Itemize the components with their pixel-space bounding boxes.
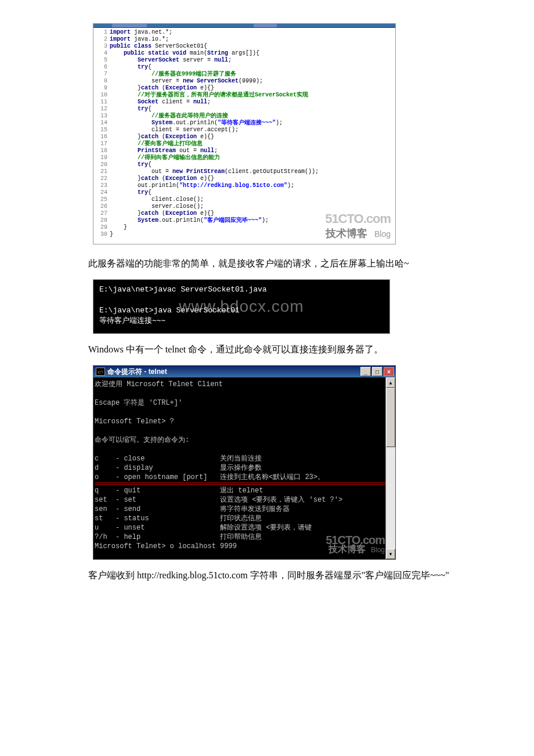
editor-titlebar [93,24,395,28]
code-editor-screenshot: 1234567891011121314151617181920212223242… [93,23,396,244]
cmd-escape: Escape 字符是 'CTRL+]' [95,398,392,408]
code-lines: import java.net.*;import java.io.*;publi… [110,29,395,238]
cmd-prompt-2: Microsoft Telnet> o localhost 9999 [95,542,392,551]
paragraph-3: 客户端收到 http://redking.blog.51cto.com 字符串，… [70,568,464,583]
maximize-button[interactable]: □ [372,367,383,376]
cmd-window: c:\ 命令提示符 - telnet _ □ × 欢迎使用 Microsoft … [93,365,396,560]
scroll-thumb[interactable] [386,388,395,447]
red-separator [95,484,392,485]
minimize-button[interactable]: _ [360,367,371,376]
watermark-line1: 51CTO.com [325,211,391,226]
scrollbar[interactable]: ▲ ▼ [385,377,395,559]
watermark-line2: 技术博客 [326,228,367,239]
cmd-welcome: 欢迎使用 Microsoft Telnet Client [95,380,392,389]
cmd-title-text: 命令提示符 - telnet [107,367,167,377]
cmd-help-header: 命令可以缩写。支持的命令为: [95,435,392,445]
cmd-body: 欢迎使用 Microsoft Telnet Client Escape 字符是 … [93,377,395,559]
cmd-help-rows-bottom: q- quit退出 telnetset- set设置选项 <要列表，请键入 's… [95,486,392,542]
close-button[interactable]: × [384,367,394,376]
paragraph-1: 此服务器端的功能非常的简单，就是接收客户端的请求，之后在屏幕上输出哈~ [70,256,464,271]
terminal-screenshot-1: E:\java\net>javac ServerSocket01.java E:… [93,279,390,334]
cmd-prompt-1: Microsoft Telnet> ? [95,417,392,426]
cmd-titlebar: c:\ 命令提示符 - telnet _ □ × [93,366,395,377]
watermark-blog: Blog [374,229,391,239]
line-gutter: 1234567891011121314151617181920212223242… [93,29,110,238]
terminal-lines: E:\java\net>javac ServerSocket01.java E:… [99,285,384,326]
cmd-help-rows-top: c- close关闭当前连接d- display显示操作参数o- open ho… [95,454,392,483]
watermark-51cto: 51CTO.com 技术博客 Blog [325,211,391,240]
scroll-up-button[interactable]: ▲ [386,377,395,388]
paragraph-2: Windows 中有一个 telnet 命令，通过此命令就可以直接连接到服务器了… [70,342,464,357]
cmd-icon: c:\ [96,368,105,376]
window-buttons: _ □ × [360,367,394,376]
scroll-track[interactable] [386,388,395,549]
scroll-down-button[interactable]: ▼ [386,549,395,559]
